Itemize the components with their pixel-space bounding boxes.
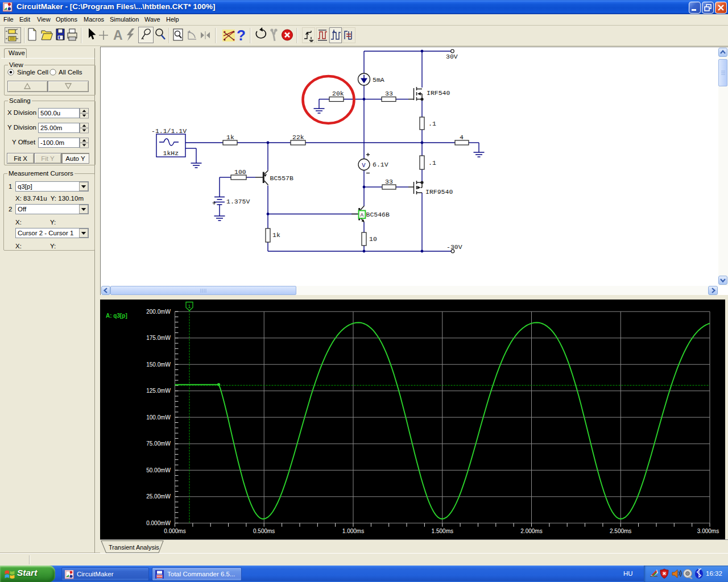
svg-text:20k: 20k [332,90,344,97]
svg-text:-1.1/1.1V: -1.1/1.1V [151,127,187,135]
svg-text:3.000ms: 3.000ms [697,528,719,534]
svg-text:100.0mW: 100.0mW [146,414,171,421]
svg-text:1.000ms: 1.000ms [342,528,364,534]
svg-text:.1: .1 [428,120,436,127]
svg-text:V: V [362,162,366,169]
svg-text:A: A [360,212,363,218]
svg-text:100: 100 [234,168,246,176]
svg-text:22k: 22k [292,134,304,141]
svg-text:25.00mW: 25.00mW [146,493,171,500]
svg-text:0.000ms: 0.000ms [164,528,185,534]
svg-text:0.000mW: 0.000mW [146,520,171,526]
svg-text:30V: 30V [446,53,458,60]
svg-text:150.0mW: 150.0mW [146,361,171,368]
svg-text:1.500ms: 1.500ms [432,528,453,534]
svg-text:2.500ms: 2.500ms [610,528,631,534]
svg-text:75.00mW: 75.00mW [146,440,171,447]
svg-text:1.375V: 1.375V [226,198,250,205]
svg-text:Transient Analysis: Transient Analysis [109,544,159,551]
svg-text:1kHz: 1kHz [163,149,179,157]
svg-text:-30V: -30V [446,243,462,251]
svg-text:A: q3[p]: A: q3[p] [106,313,127,319]
svg-text:200.0mW: 200.0mW [146,309,171,315]
svg-text:BC557B: BC557B [270,174,294,182]
svg-text:1k: 1k [226,134,234,141]
svg-text:A: A [113,28,123,43]
svg-text:33: 33 [385,178,393,185]
svg-text:IRF540: IRF540 [427,89,450,97]
svg-text:4: 4 [460,134,464,141]
svg-text:33: 33 [385,90,393,97]
svg-text:2.000ms: 2.000ms [520,528,542,534]
svg-text:1k: 1k [272,231,280,239]
svg-text:125.0mW: 125.0mW [146,388,171,394]
svg-text:50.00mW: 50.00mW [146,467,171,473]
svg-text:0.500ms: 0.500ms [253,528,275,534]
svg-text:10: 10 [369,235,377,243]
svg-text:5mA: 5mA [373,76,384,84]
svg-text:175.0mW: 175.0mW [146,335,171,341]
svg-text:IRF9540: IRF9540 [425,188,453,196]
svg-text:.1: .1 [428,159,436,167]
svg-text:1: 1 [188,303,191,309]
svg-text:6.1V: 6.1V [373,161,388,168]
svg-text:?: ? [237,27,246,44]
svg-text:BC546B: BC546B [366,211,390,218]
